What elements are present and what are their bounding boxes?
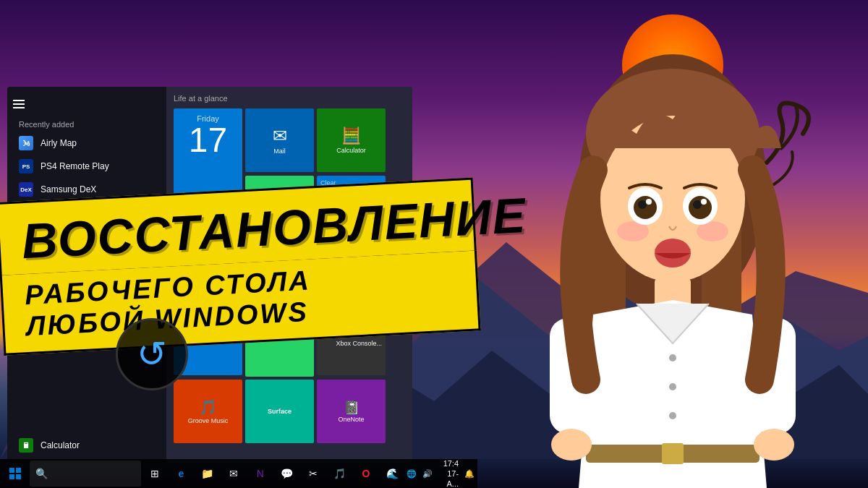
start-item-airly[interactable]: 🌬 Airly Map: [7, 132, 166, 155]
svg-rect-29: [9, 468, 14, 473]
browser-icon: 🌊: [386, 468, 399, 479]
onenote-icon: 📓: [344, 400, 359, 416]
search-button[interactable]: 🔍: [30, 461, 141, 487]
whatsapp-taskbar[interactable]: 💬: [274, 461, 299, 487]
calc-bottom-icon: 🖩: [19, 438, 33, 453]
ps4-icon: PS: [19, 159, 33, 174]
network-icon[interactable]: 🌐: [407, 469, 417, 479]
svg-point-15: [693, 200, 702, 209]
start-item-ps4[interactable]: PS PS4 Remote Play: [7, 155, 166, 178]
samsung-label: Samsung DeX: [41, 184, 96, 194]
folder-icon: 📁: [201, 468, 213, 479]
search-icon: 🔍: [35, 468, 48, 479]
svg-point-27: [551, 429, 592, 461]
svg-point-14: [638, 200, 647, 209]
svg-point-17: [701, 199, 707, 205]
mail-label: Mail: [273, 147, 286, 155]
onenote-taskbar[interactable]: N: [248, 461, 273, 487]
whatsapp-taskbar-icon: 💬: [281, 468, 293, 479]
airly-label: Airly Map: [41, 138, 77, 148]
groove-taskbar-icon: 🎵: [333, 468, 346, 479]
sound-icon[interactable]: 🔊: [422, 469, 433, 479]
airly-icon: 🌬: [19, 136, 33, 150]
xbox-label: Xbox Console...: [336, 340, 382, 347]
svg-point-22: [669, 412, 676, 419]
svg-point-20: [669, 354, 676, 361]
calendar-day: Friday: [197, 114, 219, 123]
mail-tile[interactable]: ✉ Mail: [245, 108, 314, 172]
svg-rect-30: [16, 468, 21, 473]
samsung-icon: DeX: [19, 182, 33, 197]
mail-taskbar-icon: ✉: [229, 468, 238, 479]
surface-label: Surface: [268, 408, 292, 415]
calendar-date: 17: [189, 123, 227, 158]
task-view-icon: ⊞: [150, 468, 159, 479]
svg-point-28: [754, 429, 794, 461]
onenote-taskbar-icon: N: [257, 468, 264, 479]
svg-rect-24: [662, 443, 684, 464]
start-item-calc-bottom[interactable]: 🖩 Calculator: [7, 434, 412, 457]
svg-rect-31: [9, 474, 14, 479]
onenote-label: OneNote: [338, 416, 364, 423]
svg-point-21: [669, 383, 676, 390]
hamburger-menu[interactable]: [7, 94, 166, 114]
task-view-button[interactable]: ⊞: [142, 461, 168, 487]
character-svg: [448, 40, 868, 488]
backup-arrow-icon: ↺: [137, 333, 167, 375]
anime-character: [448, 40, 868, 488]
svg-point-16: [646, 199, 652, 205]
groove-icon: 🎵: [199, 398, 217, 416]
recently-added-label: Recently added: [7, 114, 166, 132]
snip-taskbar[interactable]: ✂: [301, 461, 326, 487]
taskbar: 🔍 ⊞ e 📁 ✉ N 💬 ✂ 🎵 O 🌊 🌐 🔊 17:4 17-A... 🔔: [0, 459, 477, 488]
mail-taskbar[interactable]: ✉: [221, 461, 247, 487]
backup-icon: ↺: [116, 318, 203, 398]
snip-icon: ✂: [309, 468, 318, 479]
opera-icon: O: [362, 468, 370, 479]
ps4-label: PS4 Remote Play: [41, 161, 109, 171]
start-button[interactable]: [3, 461, 28, 487]
browser-taskbar[interactable]: 🌊: [380, 461, 405, 487]
calc-tile-icon: 🧮: [341, 127, 361, 145]
groove-label: Groove Music: [188, 417, 229, 424]
tiles-section-title: Life at a glance: [174, 94, 405, 103]
opera-taskbar[interactable]: O: [354, 461, 379, 487]
file-explorer-taskbar[interactable]: 📁: [195, 461, 221, 487]
groove-taskbar[interactable]: 🎵: [327, 461, 352, 487]
calc-tile-label: Calculator: [336, 147, 366, 154]
edge-taskbar[interactable]: e: [169, 461, 194, 487]
calculator-tile[interactable]: 🧮 Calculator: [317, 108, 386, 172]
calc-bottom-label: Calculator: [41, 440, 80, 450]
svg-rect-32: [16, 474, 21, 479]
yellow-banner: ВОССТАНОВЛЕНИЕ РАБОЧЕГО СТОЛА ЛЮБОЙ WIND…: [0, 178, 481, 356]
mail-icon: ✉: [273, 126, 287, 146]
backup-circle: ↺: [116, 318, 188, 390]
edge-taskbar-icon: e: [178, 468, 184, 479]
